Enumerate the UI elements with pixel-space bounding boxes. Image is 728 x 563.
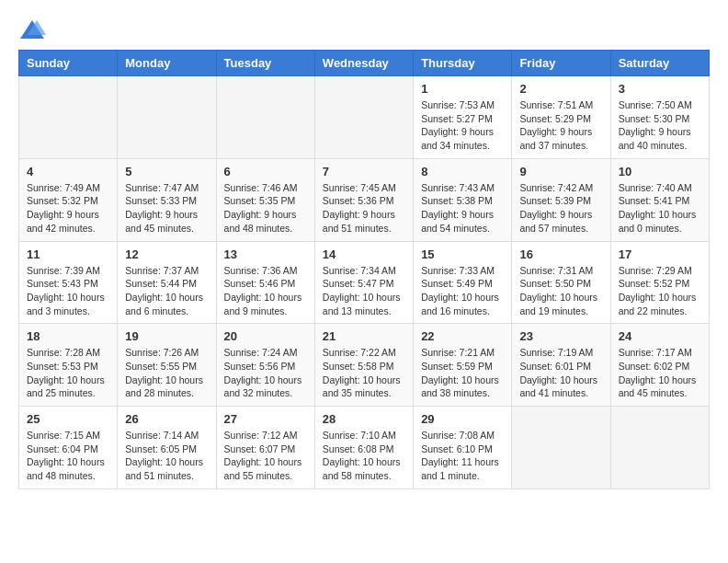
day-info: Sunrise: 7:10 AM Sunset: 6:08 PM Dayligh… — [323, 429, 405, 483]
day-info: Sunrise: 7:43 AM Sunset: 5:38 PM Dayligh… — [421, 181, 504, 236]
calendar-table: SundayMondayTuesdayWednesdayThursdayFrid… — [18, 50, 710, 489]
calendar-cell: 8Sunrise: 7:43 AM Sunset: 5:38 PM Daylig… — [414, 158, 512, 241]
calendar-cell — [216, 76, 314, 159]
day-info: Sunrise: 7:31 AM Sunset: 5:50 PM Dayligh… — [519, 264, 602, 318]
page-header — [18, 18, 710, 40]
day-number: 18 — [27, 329, 109, 343]
calendar-cell: 7Sunrise: 7:45 AM Sunset: 5:36 PM Daylig… — [314, 158, 413, 241]
calendar-week-row: 11Sunrise: 7:39 AM Sunset: 5:43 PM Dayli… — [19, 241, 710, 324]
calendar-cell: 23Sunrise: 7:19 AM Sunset: 6:01 PM Dayli… — [512, 324, 610, 407]
day-number: 4 — [27, 165, 109, 178]
day-info: Sunrise: 7:17 AM Sunset: 6:02 PM Dayligh… — [619, 346, 701, 400]
day-info: Sunrise: 7:29 AM Sunset: 5:52 PM Dayligh… — [619, 264, 701, 318]
calendar-cell: 16Sunrise: 7:31 AM Sunset: 5:50 PM Dayli… — [512, 241, 610, 324]
calendar-cell: 2Sunrise: 7:51 AM Sunset: 5:29 PM Daylig… — [512, 76, 610, 159]
day-number: 10 — [619, 165, 701, 178]
day-number: 7 — [323, 165, 405, 178]
day-info: Sunrise: 7:46 AM Sunset: 5:35 PM Dayligh… — [224, 181, 307, 236]
calendar-cell — [512, 407, 610, 489]
day-number: 9 — [519, 165, 602, 178]
calendar-week-row: 18Sunrise: 7:28 AM Sunset: 5:53 PM Dayli… — [19, 324, 710, 407]
logo — [18, 18, 50, 40]
calendar-cell: 24Sunrise: 7:17 AM Sunset: 6:02 PM Dayli… — [610, 324, 709, 407]
day-number: 11 — [27, 247, 109, 261]
day-info: Sunrise: 7:26 AM Sunset: 5:55 PM Dayligh… — [125, 346, 208, 400]
calendar-week-row: 4Sunrise: 7:49 AM Sunset: 5:32 PM Daylig… — [19, 158, 710, 241]
day-number: 1 — [421, 82, 504, 96]
day-info: Sunrise: 7:53 AM Sunset: 5:27 PM Dayligh… — [421, 98, 504, 153]
calendar-header-row: SundayMondayTuesdayWednesdayThursdayFrid… — [19, 51, 710, 76]
day-info: Sunrise: 7:51 AM Sunset: 5:29 PM Dayligh… — [519, 98, 602, 153]
calendar-cell: 9Sunrise: 7:42 AM Sunset: 5:39 PM Daylig… — [512, 158, 610, 241]
day-number: 17 — [619, 247, 701, 261]
day-number: 3 — [619, 82, 701, 96]
calendar-cell: 3Sunrise: 7:50 AM Sunset: 5:30 PM Daylig… — [610, 76, 709, 159]
day-info: Sunrise: 7:40 AM Sunset: 5:41 PM Dayligh… — [619, 181, 701, 236]
day-number: 24 — [619, 329, 701, 343]
day-info: Sunrise: 7:19 AM Sunset: 6:01 PM Dayligh… — [519, 346, 602, 400]
day-info: Sunrise: 7:28 AM Sunset: 5:53 PM Dayligh… — [27, 346, 109, 400]
calendar-cell: 17Sunrise: 7:29 AM Sunset: 5:52 PM Dayli… — [610, 241, 709, 324]
calendar-cell: 27Sunrise: 7:12 AM Sunset: 6:07 PM Dayli… — [216, 407, 314, 489]
calendar-cell — [19, 76, 118, 159]
calendar-cell — [314, 76, 413, 159]
day-number: 25 — [27, 412, 109, 426]
calendar-cell: 12Sunrise: 7:37 AM Sunset: 5:44 PM Dayli… — [118, 241, 216, 324]
calendar-cell: 20Sunrise: 7:24 AM Sunset: 5:56 PM Dayli… — [216, 324, 314, 407]
calendar-cell: 4Sunrise: 7:49 AM Sunset: 5:32 PM Daylig… — [19, 158, 118, 241]
day-number: 26 — [125, 412, 208, 426]
calendar-cell: 25Sunrise: 7:15 AM Sunset: 6:04 PM Dayli… — [19, 407, 118, 489]
day-number: 16 — [519, 247, 602, 261]
column-header-saturday: Saturday — [610, 51, 709, 76]
day-number: 6 — [224, 165, 307, 178]
day-info: Sunrise: 7:34 AM Sunset: 5:47 PM Dayligh… — [323, 264, 405, 318]
calendar-cell: 5Sunrise: 7:47 AM Sunset: 5:33 PM Daylig… — [118, 158, 216, 241]
day-number: 20 — [224, 329, 307, 343]
calendar-cell — [118, 76, 216, 159]
day-info: Sunrise: 7:39 AM Sunset: 5:43 PM Dayligh… — [27, 264, 109, 318]
day-number: 27 — [224, 412, 307, 426]
column-header-wednesday: Wednesday — [314, 51, 413, 76]
day-number: 23 — [519, 329, 602, 343]
day-info: Sunrise: 7:12 AM Sunset: 6:07 PM Dayligh… — [224, 429, 307, 483]
calendar-cell: 29Sunrise: 7:08 AM Sunset: 6:10 PM Dayli… — [414, 407, 512, 489]
day-info: Sunrise: 7:15 AM Sunset: 6:04 PM Dayligh… — [27, 429, 109, 483]
day-number: 22 — [421, 329, 504, 343]
column-header-sunday: Sunday — [19, 51, 118, 76]
day-number: 21 — [323, 329, 405, 343]
day-info: Sunrise: 7:36 AM Sunset: 5:46 PM Dayligh… — [224, 264, 307, 318]
calendar-cell: 22Sunrise: 7:21 AM Sunset: 5:59 PM Dayli… — [414, 324, 512, 407]
day-number: 15 — [421, 247, 504, 261]
day-info: Sunrise: 7:24 AM Sunset: 5:56 PM Dayligh… — [224, 346, 307, 400]
calendar-cell: 19Sunrise: 7:26 AM Sunset: 5:55 PM Dayli… — [118, 324, 216, 407]
day-info: Sunrise: 7:08 AM Sunset: 6:10 PM Dayligh… — [421, 429, 504, 483]
day-number: 5 — [125, 165, 208, 178]
day-info: Sunrise: 7:47 AM Sunset: 5:33 PM Dayligh… — [125, 181, 208, 236]
calendar-cell: 10Sunrise: 7:40 AM Sunset: 5:41 PM Dayli… — [610, 158, 709, 241]
logo-icon — [18, 18, 46, 40]
calendar-cell: 21Sunrise: 7:22 AM Sunset: 5:58 PM Dayli… — [314, 324, 413, 407]
day-number: 28 — [323, 412, 405, 426]
day-info: Sunrise: 7:50 AM Sunset: 5:30 PM Dayligh… — [619, 98, 701, 153]
calendar-cell: 26Sunrise: 7:14 AM Sunset: 6:05 PM Dayli… — [118, 407, 216, 489]
day-number: 14 — [323, 247, 405, 261]
day-number: 13 — [224, 247, 307, 261]
day-info: Sunrise: 7:14 AM Sunset: 6:05 PM Dayligh… — [125, 429, 208, 483]
column-header-thursday: Thursday — [414, 51, 512, 76]
day-info: Sunrise: 7:45 AM Sunset: 5:36 PM Dayligh… — [323, 181, 405, 236]
column-header-monday: Monday — [118, 51, 216, 76]
calendar-cell — [610, 407, 709, 489]
day-number: 29 — [421, 412, 504, 426]
day-number: 8 — [421, 165, 504, 178]
calendar-cell: 18Sunrise: 7:28 AM Sunset: 5:53 PM Dayli… — [19, 324, 118, 407]
day-number: 2 — [519, 82, 602, 96]
calendar-cell: 15Sunrise: 7:33 AM Sunset: 5:49 PM Dayli… — [414, 241, 512, 324]
day-number: 12 — [125, 247, 208, 261]
day-info: Sunrise: 7:21 AM Sunset: 5:59 PM Dayligh… — [421, 346, 504, 400]
day-number: 19 — [125, 329, 208, 343]
day-info: Sunrise: 7:49 AM Sunset: 5:32 PM Dayligh… — [27, 181, 109, 236]
calendar-week-row: 25Sunrise: 7:15 AM Sunset: 6:04 PM Dayli… — [19, 407, 710, 489]
calendar-cell: 11Sunrise: 7:39 AM Sunset: 5:43 PM Dayli… — [19, 241, 118, 324]
calendar-cell: 13Sunrise: 7:36 AM Sunset: 5:46 PM Dayli… — [216, 241, 314, 324]
day-info: Sunrise: 7:37 AM Sunset: 5:44 PM Dayligh… — [125, 264, 208, 318]
